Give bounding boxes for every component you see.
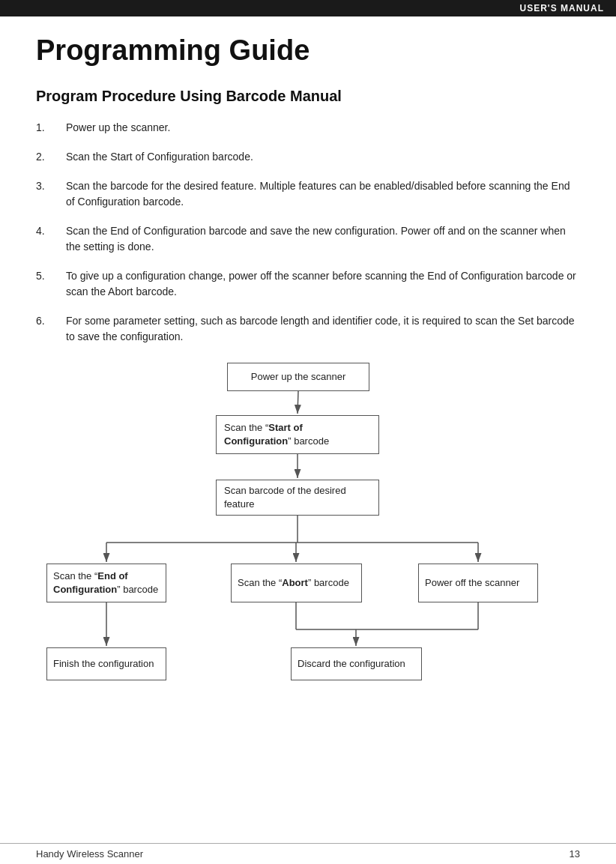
fc-box-scan-desired: Scan barcode of the desired feature: [216, 480, 379, 516]
fc-box-discard-config: Discard the configuration: [291, 647, 422, 680]
step-6-num: 6.: [36, 313, 66, 345]
footer-left: Handy Wireless Scanner: [36, 848, 143, 860]
fc-box-end-config: Scan the “End of Configuration” barcode: [46, 564, 166, 602]
svg-line-1: [298, 391, 298, 414]
header-bar: USER'S MANUAL: [0, 0, 616, 16]
step-1-text: Power up the scanner.: [66, 120, 580, 136]
step-5: 5. To give up a configuration change, po…: [36, 268, 580, 300]
step-3: 3. Scan the barcode for the desired feat…: [36, 178, 580, 210]
step-2: 2. Scan the Start of Configuration barco…: [36, 149, 580, 165]
step-2-text: Scan the Start of Configuration barcode.: [66, 149, 580, 165]
fc-box-abort: Scan the “Abort” barcode: [231, 564, 362, 602]
fc-box-power-off: Power off the scanner: [418, 564, 538, 602]
step-3-num: 3.: [36, 178, 66, 210]
fc-box-finish-config: Finish the configuration: [46, 647, 166, 680]
section-title: Program Procedure Using Barcode Manual: [36, 88, 580, 105]
step-2-num: 2.: [36, 149, 66, 165]
fc-box-start-config: Scan the “Start of Configuration” barcod…: [216, 415, 379, 454]
step-4-text: Scan the End of Configuration barcode an…: [66, 223, 580, 255]
procedure-list: 1. Power up the scanner. 2. Scan the Sta…: [36, 120, 580, 345]
footer-right: 13: [570, 848, 580, 860]
page-title: Programming Guide: [36, 34, 580, 67]
step-1: 1. Power up the scanner.: [36, 120, 580, 136]
step-5-num: 5.: [36, 268, 66, 300]
step-3-text: Scan the barcode for the desired feature…: [66, 178, 580, 210]
main-content: Programming Guide Program Procedure Usin…: [0, 16, 616, 752]
step-6-text: For some parameter setting, such as barc…: [66, 313, 580, 345]
step-5-text: To give up a configuration change, power…: [66, 268, 580, 300]
flowchart-area: Power up the scanner Scan the “Start of …: [36, 363, 580, 707]
header-label: USER'S MANUAL: [519, 3, 604, 13]
step-6: 6. For some parameter setting, such as b…: [36, 313, 580, 345]
step-1-num: 1.: [36, 120, 66, 136]
step-4-num: 4.: [36, 223, 66, 255]
fc-box-power-up: Power up the scanner: [227, 363, 369, 391]
footer: Handy Wireless Scanner 13: [0, 843, 616, 864]
step-4: 4. Scan the End of Configuration barcode…: [36, 223, 580, 255]
